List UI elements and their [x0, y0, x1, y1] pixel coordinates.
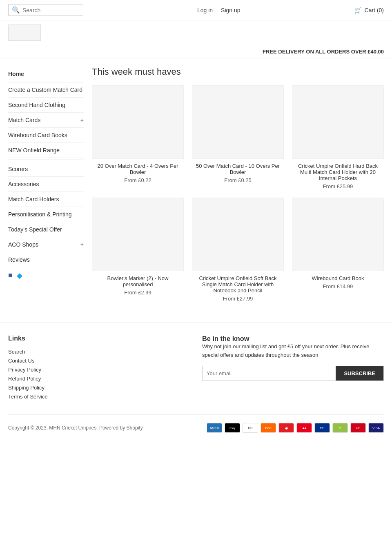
copyright: Copyright © 2023, MHN Cricket Umpires. P…	[8, 425, 143, 431]
header-right: 🛒 Cart (0)	[354, 7, 384, 13]
footer: Links Search Contact Us Privacy Policy R…	[0, 322, 392, 445]
product-name-20-over: 20 Over Match Card - 4 Overs Per Bowler	[92, 163, 184, 175]
products-grid: 20 Over Match Card - 4 Overs Per Bowler …	[92, 85, 384, 302]
product-card-wirebound[interactable]: Wirebound Card Book From £14.99	[292, 198, 384, 302]
sidebar: Home Create a Custom Match Card Second H…	[8, 67, 84, 302]
payment-maestro: ◕	[278, 423, 294, 433]
payment-visa: VISA	[368, 423, 384, 433]
payment-shopify: S	[332, 423, 348, 433]
footer-contact-link[interactable]: Contact Us	[8, 358, 34, 364]
payment-amex: AMEX	[207, 423, 222, 433]
product-price-hard-back: From £25.99	[292, 183, 384, 189]
signup-link[interactable]: Sign up	[221, 7, 240, 13]
footer-link-search[interactable]: Search	[8, 348, 190, 355]
plus-icon: +	[80, 117, 84, 123]
header-nav: Log in Sign up	[197, 7, 241, 13]
search-input[interactable]	[22, 7, 80, 13]
footer-bottom: Copyright © 2023, MHN Cricket Umpires. P…	[8, 414, 384, 433]
logo	[8, 24, 41, 41]
payment-paypal: PP	[314, 423, 330, 433]
logo-bar	[0, 20, 392, 45]
payment-icons: AMEX Pay DC Disc ◕ ●● PP S UP VISA	[207, 423, 384, 433]
footer-grid: Links Search Contact Us Privacy Policy R…	[8, 335, 384, 402]
sidebar-item-aco-shops[interactable]: ACO Shops +	[8, 237, 84, 252]
product-card-soft-back[interactable]: Cricket Umpire Onfield Soft Back Single …	[192, 198, 284, 302]
payment-unionpay: UP	[350, 423, 366, 433]
header-left: 🔍	[8, 4, 83, 16]
sidebar-item-match-card-holders[interactable]: Match Card Holders	[8, 192, 84, 207]
sidebar-item-reviews[interactable]: Reviews	[8, 252, 84, 267]
sidebar-item-second-hand-clothing[interactable]: Second Hand Clothing	[8, 98, 84, 113]
product-image-bowlers-marker	[92, 198, 184, 271]
product-name-50-over: 50 Over Match Card - 10 Overs Per Bowler	[192, 163, 284, 175]
facebook-icon[interactable]: ■	[8, 271, 13, 280]
product-card-hard-back[interactable]: Cricket Umpire Onfield Hard Back Multi M…	[292, 85, 384, 189]
products-area: This week must haves 20 Over Match Card …	[92, 67, 384, 302]
payment-discover: Disc	[261, 423, 276, 433]
sidebar-item-wirebound-card-books[interactable]: Wirebound Card Books	[8, 128, 84, 143]
twitter-icon[interactable]: ◆	[17, 271, 22, 280]
product-name-bowlers-marker: Bowler's Marker (2) - Now personalised	[92, 275, 184, 287]
product-price-50-over: From £0.25	[192, 177, 284, 183]
promo-banner: FREE DELIVERY ON ALL ORDERS OVER £40.00	[0, 45, 392, 58]
section-title: This week must haves	[92, 67, 384, 77]
product-image-soft-back	[192, 198, 284, 271]
email-subscribe-form: SUBSCRIBE	[202, 366, 384, 381]
sidebar-item-scorers[interactable]: Scorers	[8, 162, 84, 177]
product-image-hard-back	[292, 85, 384, 159]
payment-diners: DC	[243, 423, 258, 433]
product-image-50-over	[192, 85, 284, 159]
payment-applepay: Pay	[225, 423, 240, 433]
footer-shipping-link[interactable]: Shipping Policy	[8, 385, 45, 391]
product-card-20-over[interactable]: 20 Over Match Card - 4 Overs Per Bowler …	[92, 85, 184, 189]
newsletter-section: Be in the know Why not join our mailing …	[202, 335, 384, 402]
sidebar-item-create-custom-match-card[interactable]: Create a Custom Match Card	[8, 82, 84, 98]
footer-links-title: Links	[8, 335, 190, 342]
main-container: Home Create a Custom Match Card Second H…	[0, 58, 392, 310]
sidebar-item-new-onfield-range[interactable]: NEW Onfield Range	[8, 143, 84, 158]
product-name-hard-back: Cricket Umpire Onfield Hard Back Multi M…	[292, 163, 384, 181]
product-image-wirebound	[292, 198, 384, 271]
footer-link-contact[interactable]: Contact Us	[8, 357, 190, 364]
sidebar-social: ■ ◆	[8, 267, 84, 284]
email-input[interactable]	[203, 366, 336, 381]
footer-links-list: Search Contact Us Privacy Policy Refund …	[8, 348, 190, 400]
product-name-wirebound: Wirebound Card Book	[292, 275, 384, 281]
header: 🔍 Log in Sign up 🛒 Cart (0)	[0, 0, 392, 20]
sidebar-item-accessories[interactable]: Accessories	[8, 177, 84, 192]
product-price-20-over: From £0.22	[92, 177, 184, 183]
footer-link-privacy[interactable]: Privacy Policy	[8, 366, 190, 373]
footer-links-section: Links Search Contact Us Privacy Policy R…	[8, 335, 190, 402]
product-price-soft-back: From £27.99	[192, 296, 284, 302]
cart-icon: 🛒	[354, 7, 361, 13]
sidebar-item-personalisation-printing[interactable]: Personilisation & Printing	[8, 207, 84, 222]
search-icon: 🔍	[12, 6, 20, 14]
payment-mastercard: ●●	[296, 423, 312, 433]
product-price-wirebound: From £14.99	[292, 283, 384, 289]
footer-link-refund[interactable]: Refund Policy	[8, 375, 190, 382]
plus-icon-aco: +	[80, 241, 84, 248]
product-card-50-over[interactable]: 50 Over Match Card - 10 Overs Per Bowler…	[192, 85, 284, 189]
search-form[interactable]: 🔍	[8, 4, 83, 16]
login-link[interactable]: Log in	[197, 7, 213, 13]
sidebar-item-match-cards[interactable]: Match Cards +	[8, 113, 84, 128]
newsletter-text: Why not join our mailing list and get £5…	[202, 343, 384, 360]
footer-search-link[interactable]: Search	[8, 349, 25, 355]
footer-terms-link[interactable]: Terms of Service	[8, 394, 48, 400]
sidebar-item-home[interactable]: Home	[8, 67, 84, 82]
cart-link[interactable]: Cart (0)	[365, 7, 384, 13]
product-card-bowlers-marker[interactable]: Bowler's Marker (2) - Now personalised F…	[92, 198, 184, 302]
product-price-bowlers-marker: From £2.99	[92, 289, 184, 296]
product-image-20-over	[92, 85, 184, 159]
footer-link-terms[interactable]: Terms of Service	[8, 393, 190, 400]
sidebar-item-todays-special-offer[interactable]: Today's Special Offer	[8, 222, 84, 237]
footer-refund-link[interactable]: Refund Policy	[8, 376, 41, 382]
subscribe-button[interactable]: SUBSCRIBE	[336, 366, 383, 381]
newsletter-title: Be in the know	[202, 335, 384, 343]
footer-privacy-link[interactable]: Privacy Policy	[8, 367, 41, 373]
product-name-soft-back: Cricket Umpire Onfield Soft Back Single …	[192, 275, 284, 294]
footer-link-shipping[interactable]: Shipping Policy	[8, 384, 190, 391]
